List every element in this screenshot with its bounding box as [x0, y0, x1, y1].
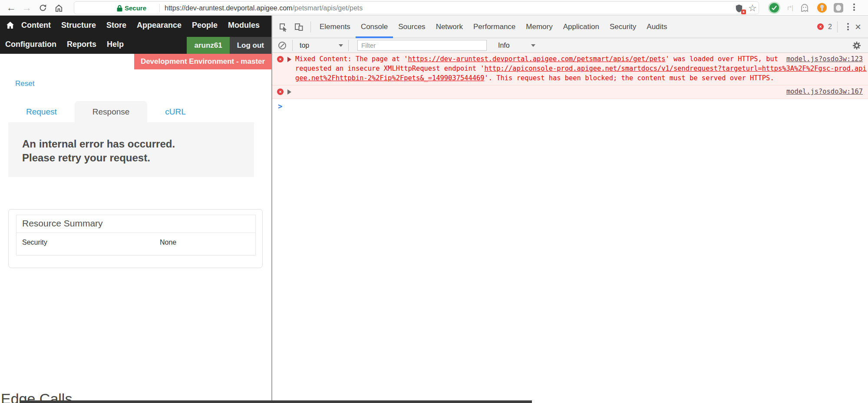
devtools-tab-console[interactable]: Console [356, 16, 393, 38]
secure-label: Secure [125, 4, 146, 12]
devtools-tab-memory[interactable]: Memory [521, 16, 558, 38]
error-circle-icon: × [277, 88, 284, 95]
clear-console-icon[interactable] [278, 42, 286, 49]
home-icon [54, 3, 63, 13]
blocked-badge: x [741, 10, 746, 14]
context-selector-dropdown[interactable]: top [296, 39, 347, 52]
devtools-tab-network[interactable]: Network [431, 16, 468, 38]
extension-vpn-icon[interactable] [817, 3, 827, 13]
console-prompt-chevron[interactable]: > [272, 99, 868, 111]
extension-gray-icon[interactable] [834, 3, 843, 13]
resource-summary-card: Resource Summary SecurityNone [8, 209, 263, 268]
admin-menu-configuration[interactable]: Configuration [0, 40, 62, 49]
reset-link[interactable]: Reset [15, 79, 34, 88]
expand-triangle-icon[interactable] [287, 57, 291, 62]
message-url-text: https://dev-aruntest.devportal.apigee.co… [408, 55, 665, 63]
username-button[interactable]: arunz61 [187, 37, 229, 54]
error-badge-icon: × [817, 23, 824, 30]
log-level-dropdown[interactable]: Info [495, 39, 540, 52]
admin-menu-structure[interactable]: Structure [56, 21, 101, 30]
refresh-icon [39, 3, 47, 12]
url-text: https://dev-aruntest.devportal.apigee.co… [165, 4, 363, 12]
inspect-element-icon[interactable] [278, 22, 288, 32]
console-messages: ×model.js?osdo3w:123Mixed Content: The p… [272, 53, 868, 99]
log-level-value: Info [498, 42, 510, 49]
admin-menu-reports[interactable]: Reports [62, 40, 102, 49]
padlock-icon [117, 5, 122, 13]
tab-response[interactable]: Response [75, 101, 148, 122]
toolbar-separator [310, 21, 311, 33]
extension-ghost-icon[interactable] [800, 3, 809, 13]
extension-check-icon[interactable] [769, 3, 779, 13]
message-text: requested an insecure XMLHttpRequest end… [295, 65, 485, 72]
admin-menu-modules[interactable]: Modules [223, 21, 265, 30]
console-source-link[interactable]: model.js?osdo3w:123 [786, 54, 863, 64]
console-message-line: model.js?osdo3w:123Mixed Content: The pa… [295, 54, 863, 64]
devtools-tab-audits[interactable]: Audits [641, 16, 672, 38]
console-toolbar: top Info [272, 38, 868, 53]
home-button[interactable] [53, 0, 65, 16]
tab-request[interactable]: Request [8, 101, 75, 122]
environment-banner: Development Environment - master [134, 54, 271, 69]
console-error-message: ×model.js?osdo3w:167 [272, 85, 868, 99]
console-source-link[interactable]: model.js?osdo3w:167 [786, 87, 863, 96]
request-response-tabs: RequestResponsecURL [8, 101, 204, 122]
address-bar[interactable]: Secure https://dev-aruntest.devportal.ap… [74, 1, 759, 14]
resource-summary-row: SecurityNone [17, 233, 255, 246]
tab-curl[interactable]: cURL [147, 101, 204, 122]
devtools-tab-sources[interactable]: Sources [393, 16, 430, 38]
console-filter-input[interactable] [357, 40, 487, 51]
admin-toolbar-row1: ContentStructureStoreAppearancePeopleMod… [0, 16, 271, 35]
chrome-menu-icon[interactable] [853, 3, 855, 12]
extension-faded-icon[interactable]: r*| [784, 3, 796, 13]
admin-menu-content[interactable]: Content [16, 21, 56, 30]
devtools-tabbar-right: × 2 × [817, 21, 868, 33]
logout-button[interactable]: Log out [230, 37, 271, 54]
devtools-tabbar: ElementsConsoleSourcesNetworkPerformance… [272, 16, 868, 38]
admin-menu-appearance[interactable]: Appearance [132, 21, 187, 30]
devtools-tab-elements[interactable]: Elements [314, 16, 356, 38]
message-text: Mixed Content: The page at ' [295, 55, 408, 63]
bookmark-star-icon[interactable]: ☆ [748, 3, 757, 14]
admin-toolbar-row2: ConfigurationReportsHelp arunz61 Log out [0, 35, 271, 54]
console-output: ×model.js?osdo3w:123Mixed Content: The p… [272, 53, 868, 403]
toolbar-separator [348, 40, 349, 51]
devtools-tab-application[interactable]: Application [558, 16, 604, 38]
console-error-message: ×model.js?osdo3w:123Mixed Content: The p… [272, 53, 868, 85]
url-domain: https://dev-aruntest.devportal.apigee.co… [165, 4, 292, 12]
refresh-button[interactable] [37, 0, 49, 16]
message-text: '. This request has been blocked; the co… [485, 74, 774, 82]
expand-triangle-icon[interactable] [287, 89, 291, 95]
resource-summary-rows: SecurityNone [17, 233, 255, 246]
toolbar-separator [292, 40, 293, 51]
admin-menu-store[interactable]: Store [101, 21, 132, 30]
forward-button[interactable]: → [21, 0, 33, 16]
admin-toolbar: ContentStructureStoreAppearancePeopleMod… [0, 16, 271, 54]
admin-home-icon[interactable] [6, 21, 14, 29]
chevron-down-icon [531, 44, 535, 47]
devtools-tab-performance[interactable]: Performance [468, 16, 521, 38]
resource-row-label: Security [22, 239, 160, 246]
window-bottom-edge [20, 400, 532, 403]
devtools-tabs: ElementsConsoleSourcesNetworkPerformance… [314, 16, 673, 38]
back-button[interactable]: ← [5, 0, 17, 16]
admin-row2-items: ConfigurationReportsHelp [0, 40, 129, 49]
console-settings-gear-icon[interactable] [852, 41, 861, 50]
devtools-close-icon[interactable]: × [855, 22, 861, 32]
admin-menu-help[interactable]: Help [102, 40, 129, 49]
site-pane: ContentStructureStoreAppearancePeopleMod… [0, 16, 272, 403]
admin-menu-people[interactable]: People [187, 21, 223, 30]
message-url-text: gee.net%2Fhttpbin-2%2Fip%2Fpets&_=149903… [295, 74, 485, 82]
browser-window: ← → Secure https://dev-aruntest.devporta… [0, 0, 868, 403]
chevron-down-icon [339, 44, 343, 47]
devtools-pane: ElementsConsoleSourcesNetworkPerformance… [272, 16, 868, 403]
devtools-tab-security[interactable]: Security [604, 16, 641, 38]
context-selector-value: top [300, 42, 309, 49]
content-blocked-shield-icon[interactable]: x [735, 4, 745, 13]
devtools-menu-icon[interactable] [845, 23, 851, 30]
resource-row-value: None [160, 239, 176, 246]
resource-summary-title: Resource Summary [17, 215, 255, 233]
device-toolbar-icon[interactable] [294, 22, 304, 32]
url-separator [159, 4, 160, 12]
error-circle-icon: × [277, 56, 284, 62]
